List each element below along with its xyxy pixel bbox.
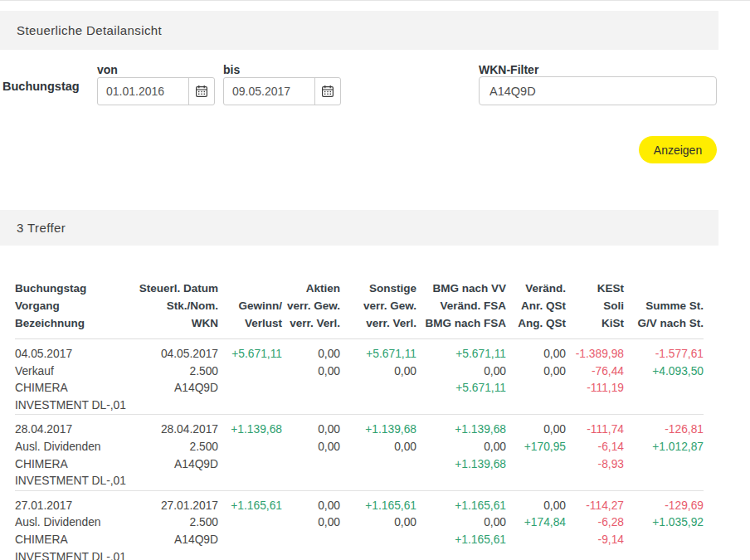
cell-line: CHIMERA (15, 532, 131, 549)
header-line (218, 280, 282, 297)
cell-line: +1.139,68 (416, 456, 506, 474)
cell-line: A14Q9D (131, 456, 218, 474)
cell-line: 0,00 (282, 346, 340, 363)
cell-line: -76,44 (566, 363, 624, 381)
section-header-bar: Steuerliche Detailansicht (0, 11, 718, 50)
header-line: KiSt (566, 314, 624, 332)
cell-line: INVESTMENT DL-,01 (15, 549, 131, 560)
header-cell: Summe St.G/V nach St. (624, 280, 704, 332)
cell-line: CHIMERA (15, 456, 131, 474)
date-to-group (223, 77, 341, 105)
table-cell: 0,000,00 (506, 346, 566, 414)
cell-line: -1.577,61 (624, 346, 704, 363)
cell-line: INVESTMENT DL-,01 (15, 397, 131, 415)
header-cell: Gewinn/Verlust (218, 280, 282, 332)
table-cell: +1.139,680,00+1.139,68 (416, 421, 506, 489)
table-cell: 04.05.2017VerkaufCHIMERAINVESTMENT DL-,0… (15, 346, 131, 414)
cell-line: 0,00 (282, 498, 340, 515)
header-line: verr. Gew. (340, 297, 416, 314)
header-line: WKN (131, 314, 218, 332)
cell-line: 0,00 (340, 439, 416, 456)
calendar-icon (321, 85, 334, 98)
table-cell: 27.01.20172.500A14Q9D (131, 498, 218, 560)
cell-line: -129,69 (624, 498, 704, 515)
table-cell: -114,27-6,28-9,14 (566, 498, 624, 560)
cell-line: -126,81 (624, 421, 704, 439)
cell-line: 0,00 (282, 363, 340, 381)
cell-line: 0,00 (506, 498, 566, 515)
table-cell: 0,000,00 (282, 346, 340, 414)
header-cell: BuchungstagVorgangBezeichnung (15, 280, 131, 332)
cell-line: A14Q9D (131, 380, 218, 397)
table-cell: -111,74-6,14-8,93 (566, 421, 624, 489)
table-cell: +1.165,61 (218, 498, 282, 560)
header-line: Buchungstag (15, 280, 131, 297)
header-cell: Steuerl. DatumStk./Nom.WKN (131, 280, 218, 332)
date-to-calendar-button[interactable] (314, 78, 340, 105)
header-line: Bezeichnung (15, 314, 131, 332)
header-line: Gewinn/ (218, 297, 282, 314)
cell-line: 04.05.2017 (131, 346, 218, 363)
table-cell: 0,000,00 (282, 421, 340, 489)
anzeigen-button[interactable]: Anzeigen (639, 136, 717, 163)
wkn-filter-label: WKN-Filter (479, 63, 538, 76)
cell-line: 2.500 (131, 439, 218, 456)
date-from-group (97, 77, 215, 105)
results-table: BuchungstagVorgangBezeichnungSteuerl. Da… (15, 280, 704, 560)
header-cell: KEStSoliKiSt (566, 280, 624, 332)
table-cell: -129,69+1.035,92 (624, 498, 704, 560)
header-line: verr. Gew. (282, 297, 340, 314)
results-count: 3 Treffer (17, 221, 66, 235)
header-line: verr. Verl. (340, 314, 416, 332)
header-cell: Sonstigeverr. Gew.verr. Verl. (340, 280, 416, 332)
cell-line: +174,84 (506, 514, 566, 532)
cell-line: +1.165,61 (218, 498, 282, 515)
cell-line: +1.165,61 (416, 498, 506, 515)
cell-line: Ausl. Dividenden (15, 439, 131, 456)
header-line: BMG nach VV (416, 280, 506, 297)
wkn-filter-input[interactable] (479, 76, 717, 105)
cell-line: 27.01.2017 (131, 498, 218, 515)
cell-line: 0,00 (506, 363, 566, 381)
table-cell: 0,00+170,95 (506, 421, 566, 489)
cell-line: INVESTMENT DL-,01 (15, 473, 131, 490)
table-cell: -1.389,98-76,44-111,19 (566, 346, 624, 414)
table-cell: 27.01.2017Ausl. DividendenCHIMERAINVESTM… (15, 498, 131, 560)
date-from-calendar-button[interactable] (188, 78, 214, 105)
cell-line: 28.04.2017 (131, 421, 218, 439)
cell-line: +5.671,11 (218, 346, 282, 363)
header-line: verr. Verl. (282, 314, 340, 332)
cell-line: +1.165,61 (340, 498, 416, 515)
cell-line: 0,00 (506, 421, 566, 439)
header-cell: Aktienverr. Gew.verr. Verl. (282, 280, 340, 332)
cell-line: +1.139,68 (218, 421, 282, 439)
table-row: 27.01.2017Ausl. DividendenCHIMERAINVESTM… (15, 491, 704, 560)
cell-line: -1.389,98 (566, 346, 624, 363)
date-to-input[interactable] (224, 78, 314, 105)
cell-line: Verkauf (15, 363, 131, 381)
header-line: Veränd. FSA (416, 297, 506, 314)
header-line: Verlust (218, 314, 282, 332)
cell-line: +1.165,61 (416, 532, 506, 549)
cell-line: +5.671,11 (416, 346, 506, 363)
von-label: von (97, 63, 118, 76)
cell-line: +1.035,92 (624, 514, 704, 532)
cell-line: 27.01.2017 (15, 498, 131, 515)
cell-line: A14Q9D (131, 532, 218, 549)
table-cell: 0,000,00 (282, 498, 340, 560)
header-line: Summe St. (624, 297, 704, 314)
cell-line: 04.05.2017 (15, 346, 131, 363)
cell-line: -111,19 (566, 380, 624, 397)
table-cell: +1.139,680,00 (340, 421, 416, 489)
cell-line: -111,74 (566, 421, 624, 439)
table-cell: +5.671,110,00 (340, 346, 416, 414)
top-divider (0, 0, 750, 1)
table-cell: +1.165,610,00 (340, 498, 416, 560)
cell-line: 28.04.2017 (15, 421, 131, 439)
cell-line: +5.671,11 (416, 380, 506, 397)
date-from-input[interactable] (98, 78, 188, 105)
table-cell: -126,81+1.012,87 (624, 421, 704, 489)
page-title: Steuerliche Detailansicht (17, 23, 162, 37)
bis-label: bis (223, 63, 240, 76)
cell-line: -114,27 (566, 498, 624, 515)
